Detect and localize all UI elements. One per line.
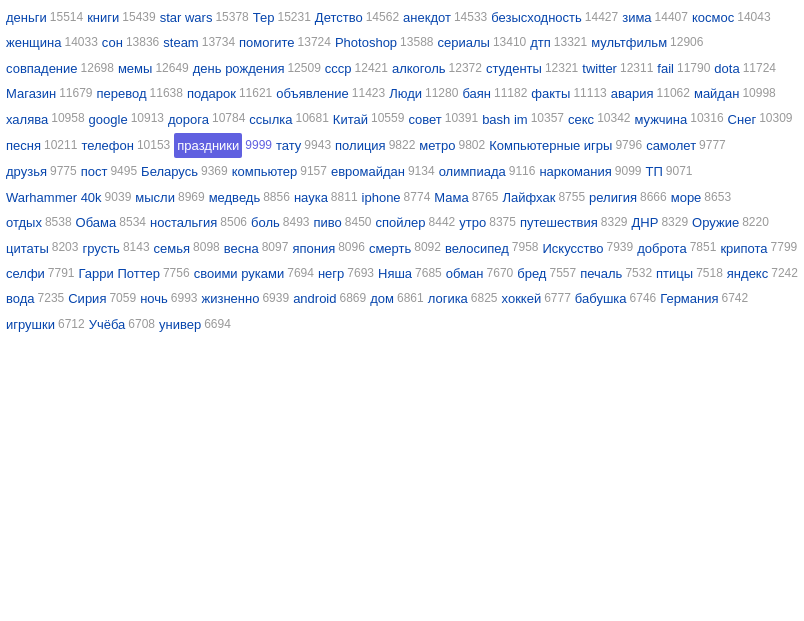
list-item[interactable]: грусть8143 — [82, 237, 149, 260]
list-item[interactable]: зима14407 — [622, 6, 688, 29]
tag-link[interactable]: смерть — [369, 237, 411, 260]
list-item[interactable]: космос14043 — [692, 6, 771, 29]
tag-link[interactable]: Беларусь — [141, 160, 198, 183]
tag-link[interactable]: Искусство — [543, 237, 604, 260]
tag-link[interactable]: наркомания — [539, 160, 611, 183]
tag-link[interactable]: спойлер — [376, 211, 426, 234]
list-item[interactable]: полиция9822 — [335, 133, 415, 158]
list-item[interactable]: android6869 — [293, 287, 366, 310]
list-item[interactable]: ДНР8329 — [632, 211, 689, 234]
list-item[interactable]: ТП9071 — [645, 160, 692, 183]
tag-link[interactable]: Тер — [253, 6, 275, 29]
tag-link[interactable]: ссылка — [249, 108, 292, 131]
tag-link[interactable]: логика — [428, 287, 468, 310]
tag-link[interactable]: Германия — [660, 287, 718, 310]
tag-link[interactable]: негр — [318, 262, 344, 285]
list-item[interactable]: компьютер9157 — [232, 160, 327, 183]
tag-link[interactable]: цитаты — [6, 237, 49, 260]
tag-link[interactable]: ДНР — [632, 211, 659, 234]
list-item[interactable]: дорога10784 — [168, 108, 245, 131]
list-item[interactable]: дом6861 — [370, 287, 423, 310]
tag-link[interactable]: star wars — [160, 6, 213, 29]
list-item[interactable]: подарок11621 — [187, 82, 272, 105]
tag-link[interactable]: метро — [419, 134, 455, 157]
list-item[interactable]: вода7235 — [6, 287, 64, 310]
tag-link[interactable]: игрушки — [6, 313, 55, 336]
tag-link[interactable]: Мама — [434, 186, 468, 209]
list-item[interactable]: мысли8969 — [135, 186, 204, 209]
tag-link[interactable]: Детство — [315, 6, 363, 29]
list-item[interactable]: бабушка6746 — [575, 287, 656, 310]
list-item[interactable]: халява10958 — [6, 108, 85, 131]
list-item[interactable]: яндекс7242 — [727, 262, 798, 285]
list-item[interactable]: телефон10153 — [81, 133, 170, 158]
list-item[interactable]: Warhammer 40k9039 — [6, 186, 131, 209]
list-item[interactable]: star wars15378 — [160, 6, 249, 29]
tag-link[interactable]: Лайфхак — [502, 186, 555, 209]
tag-link[interactable]: Сирия — [68, 287, 106, 310]
list-item[interactable]: авария11062 — [611, 82, 690, 105]
list-item[interactable]: Лайфхак8755 — [502, 186, 585, 209]
list-item[interactable]: Мама8765 — [434, 186, 498, 209]
list-item[interactable]: логика6825 — [428, 287, 498, 310]
tag-link[interactable]: twitter — [582, 57, 617, 80]
list-item[interactable]: птицы7518 — [656, 262, 723, 285]
list-item[interactable]: Сирия7059 — [68, 287, 136, 310]
list-item[interactable]: дтп13321 — [530, 31, 587, 54]
tag-link[interactable]: пост — [81, 160, 108, 183]
tag-link[interactable]: евромайдан — [331, 160, 405, 183]
tag-link[interactable]: мужчина — [635, 108, 688, 131]
tag-link[interactable]: секс — [568, 108, 594, 131]
tag-link[interactable]: день рождения — [193, 57, 285, 80]
tag-link[interactable]: хоккей — [502, 287, 542, 310]
list-item[interactable]: безысходность14427 — [491, 6, 618, 29]
list-item[interactable]: боль8493 — [251, 211, 309, 234]
tag-link[interactable]: компьютер — [232, 160, 298, 183]
tag-link[interactable]: сон — [102, 31, 123, 54]
tag-link[interactable]: олимпиада — [439, 160, 506, 183]
list-item[interactable]: наркомания9099 — [539, 160, 641, 183]
tag-link[interactable]: друзья — [6, 160, 47, 183]
tag-link[interactable]: женщина — [6, 31, 61, 54]
list-item[interactable]: спойлер8442 — [376, 211, 456, 234]
tag-link[interactable]: анекдот — [403, 6, 451, 29]
list-item[interactable]: селфи7791 — [6, 262, 75, 285]
tag-link[interactable]: бабушка — [575, 287, 627, 310]
list-item[interactable]: песня10211 — [6, 133, 77, 158]
list-item[interactable]: ссылка10681 — [249, 108, 329, 131]
list-item[interactable]: Искусство7939 — [543, 237, 634, 260]
tag-link[interactable]: android — [293, 287, 336, 310]
list-item[interactable]: обман7670 — [446, 262, 513, 285]
tag-link[interactable]: селфи — [6, 262, 45, 285]
tag-link[interactable]: Снег — [728, 108, 757, 131]
tag-link[interactable]: птицы — [656, 262, 693, 285]
list-item[interactable]: женщина14033 — [6, 31, 98, 54]
list-item[interactable]: мужчина10316 — [635, 108, 724, 131]
list-item[interactable]: Учёба6708 — [89, 313, 155, 336]
tag-link[interactable]: семья — [154, 237, 190, 260]
tag-link[interactable]: мемы — [118, 57, 152, 80]
tag-link[interactable]: дом — [370, 287, 394, 310]
list-item[interactable]: секс10342 — [568, 108, 630, 131]
tag-link[interactable]: весна — [224, 237, 259, 260]
tag-link[interactable]: перевод — [97, 82, 147, 105]
list-item[interactable]: баян11182 — [462, 82, 527, 105]
list-item[interactable]: steam13734 — [163, 31, 235, 54]
tag-link[interactable]: самолет — [646, 134, 696, 157]
tag-link[interactable]: море — [671, 186, 702, 209]
list-item[interactable]: деньги15514 — [6, 6, 83, 29]
list-item[interactable]: анекдот14533 — [403, 6, 487, 29]
tag-link[interactable]: грусть — [82, 237, 119, 260]
tag-link[interactable]: полиция — [335, 134, 386, 157]
list-item[interactable]: bash im10357 — [482, 108, 564, 131]
tag-link[interactable]: безысходность — [491, 6, 582, 29]
list-item[interactable]: студенты12321 — [486, 57, 578, 80]
list-item[interactable]: Китай10559 — [333, 108, 405, 131]
tag-link[interactable]: книги — [87, 6, 119, 29]
list-item[interactable]: мемы12649 — [118, 57, 189, 80]
tag-link[interactable]: fail — [657, 57, 674, 80]
list-item[interactable]: сон13836 — [102, 31, 159, 54]
list-item[interactable]: факты11113 — [531, 82, 606, 105]
list-item[interactable]: Тер15231 — [253, 6, 311, 29]
tag-link[interactable]: праздники — [174, 133, 242, 158]
